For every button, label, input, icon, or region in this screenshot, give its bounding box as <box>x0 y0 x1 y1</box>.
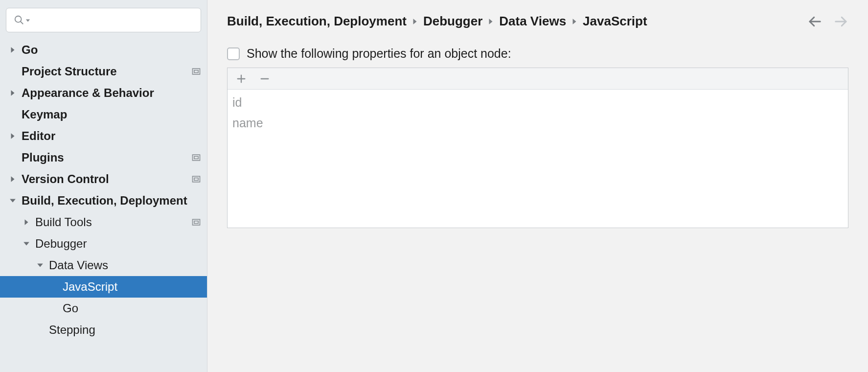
tree-item-label: Go <box>63 302 201 315</box>
svg-rect-9 <box>194 221 198 224</box>
tree-item[interactable]: Go <box>0 39 207 61</box>
svg-rect-6 <box>193 176 200 182</box>
tree-item-label: Plugins <box>22 151 191 164</box>
chevron-right-icon[interactable] <box>8 131 18 141</box>
svg-rect-5 <box>194 157 198 159</box>
breadcrumb-separator-icon <box>487 18 494 25</box>
show-properties-checkbox[interactable] <box>227 47 240 60</box>
tree-item[interactable]: JavaScript <box>0 276 207 298</box>
breadcrumb-part[interactable]: Data Views <box>499 14 566 29</box>
svg-rect-3 <box>194 70 198 73</box>
properties-list[interactable]: idname <box>228 90 848 228</box>
tree-item-label: Editor <box>22 129 201 143</box>
properties-list-panel: idname <box>227 68 848 228</box>
chevron-down-icon[interactable] <box>35 260 45 270</box>
tree-item-label: Appearance & Behavior <box>22 86 201 100</box>
tree-item-label: Build, Execution, Deployment <box>22 194 201 208</box>
tree-item-label: Stepping <box>49 323 201 337</box>
forward-button[interactable] <box>834 14 848 29</box>
properties-toolbar <box>228 68 848 90</box>
breadcrumb-part[interactable]: Build, Execution, Deployment <box>227 14 407 29</box>
search-input[interactable] <box>6 8 201 32</box>
chevron-right-icon[interactable] <box>8 88 18 98</box>
settings-sidebar: GoProject StructureAppearance & Behavior… <box>0 0 207 372</box>
tree-item-label: Data Views <box>49 258 201 272</box>
list-item[interactable]: id <box>231 93 844 113</box>
project-scope-icon <box>191 174 201 184</box>
project-scope-icon <box>191 153 201 163</box>
tree-item[interactable]: Go <box>0 298 207 319</box>
breadcrumb: Build, Execution, DeploymentDebuggerData… <box>227 14 647 29</box>
tree-item-label: Project Structure <box>22 65 191 78</box>
svg-rect-8 <box>193 219 200 225</box>
tree-item-label: Build Tools <box>35 215 191 229</box>
chevron-right-icon[interactable] <box>8 174 18 184</box>
tree-item[interactable]: Plugins <box>0 147 207 168</box>
tree-item[interactable]: Build, Execution, Deployment <box>0 190 207 211</box>
tree-item-label: Keymap <box>22 108 201 121</box>
chevron-down-icon[interactable] <box>22 239 31 249</box>
tree-item[interactable]: Data Views <box>0 255 207 276</box>
tree-item[interactable]: Debugger <box>0 233 207 255</box>
list-item[interactable]: name <box>231 113 844 134</box>
nav-arrows <box>807 14 848 29</box>
settings-tree: GoProject StructureAppearance & Behavior… <box>0 39 207 372</box>
svg-rect-4 <box>193 155 200 161</box>
chevron-down-icon[interactable] <box>8 196 18 206</box>
tree-item-label: Version Control <box>22 172 191 186</box>
tree-item-label: Go <box>22 43 201 57</box>
tree-item[interactable]: Stepping <box>0 319 207 341</box>
tree-item[interactable]: Keymap <box>0 104 207 125</box>
settings-main: Build, Execution, DeploymentDebuggerData… <box>207 0 868 372</box>
chevron-right-icon[interactable] <box>22 217 31 227</box>
show-properties-label: Show the following properties for an obj… <box>247 46 511 61</box>
project-scope-icon <box>191 217 201 227</box>
tree-item[interactable]: Project Structure <box>0 61 207 82</box>
tree-item-label: Debugger <box>35 237 201 251</box>
remove-button[interactable] <box>258 72 272 86</box>
svg-rect-7 <box>194 178 198 181</box>
tree-item-label: JavaScript <box>63 280 201 294</box>
breadcrumb-part[interactable]: JavaScript <box>583 14 647 29</box>
breadcrumb-separator-icon <box>411 18 418 25</box>
tree-item[interactable]: Appearance & Behavior <box>0 82 207 104</box>
tree-item[interactable]: Build Tools <box>0 211 207 233</box>
back-button[interactable] <box>807 14 822 29</box>
tree-item[interactable]: Editor <box>0 125 207 147</box>
svg-rect-2 <box>193 69 200 74</box>
tree-item[interactable]: Version Control <box>0 168 207 190</box>
breadcrumb-separator-icon <box>571 18 578 25</box>
breadcrumb-part[interactable]: Debugger <box>423 14 482 29</box>
add-button[interactable] <box>234 72 248 86</box>
project-scope-icon <box>191 67 201 76</box>
chevron-right-icon[interactable] <box>8 45 18 55</box>
